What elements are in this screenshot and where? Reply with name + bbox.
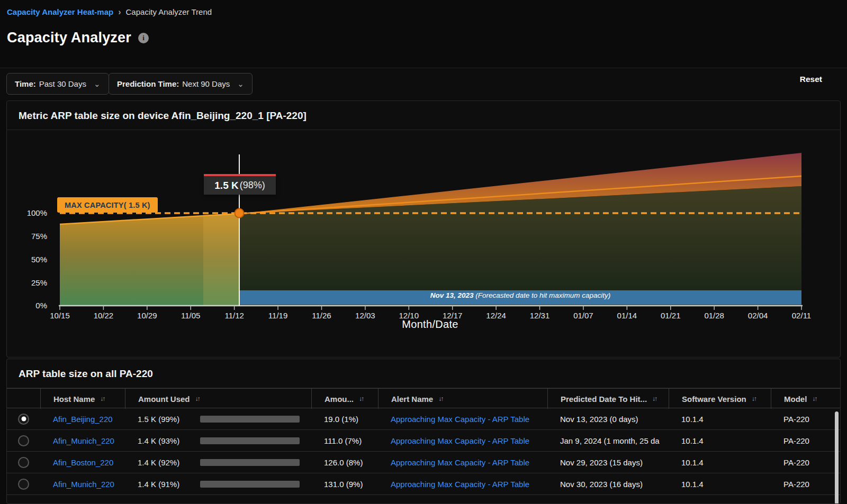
page-title: Capacity Analyzer bbox=[7, 30, 131, 46]
usage-bar bbox=[200, 481, 300, 488]
alert-name-link[interactable]: Approaching Max Capacity - ARP Table bbox=[391, 480, 529, 489]
row-radio-button[interactable] bbox=[18, 414, 29, 425]
column-label: Model bbox=[784, 395, 807, 404]
forecast-banner-note: (Forecasted date to hit maximum capacity… bbox=[475, 291, 610, 299]
column-header-amount-free[interactable]: Amou...↓↑ bbox=[311, 389, 378, 409]
amount-used-value: 1.4 K (93%) bbox=[138, 436, 200, 445]
model-value: PA-220 bbox=[771, 436, 841, 445]
max-capacity-badge: MAX CAPACITY( 1.5 K) bbox=[57, 197, 158, 213]
column-label: Host Name bbox=[53, 395, 95, 404]
breadcrumb-current: Capacity Analyzer Trend bbox=[126, 7, 212, 16]
sort-icon[interactable]: ↓↑ bbox=[438, 395, 443, 402]
forecast-banner-text: Nov 13, 2023 (Forecasted date to hit max… bbox=[239, 291, 801, 304]
y-tick-label: 100% bbox=[7, 208, 47, 217]
column-header-model[interactable]: Model↓↑ bbox=[771, 389, 841, 409]
reset-button[interactable]: Reset bbox=[800, 75, 822, 84]
table-title: ARP table size on all PA-220 bbox=[7, 359, 840, 388]
host-name-link[interactable]: Afin_Munich_220 bbox=[53, 436, 114, 445]
time-filter-label: Time: bbox=[15, 79, 36, 88]
table-row: Afin_Boston_220 1.4 K (92%) 126.0 (8%) A… bbox=[7, 452, 840, 473]
prediction-filter-label: Prediction Time: bbox=[117, 79, 179, 88]
column-header-alert-name[interactable]: Alert Name↓↑ bbox=[378, 389, 547, 409]
model-value: PA-220 bbox=[771, 415, 841, 424]
column-label: Predicted Date To Hit... bbox=[561, 395, 647, 404]
chevron-right-icon: › bbox=[118, 8, 121, 16]
table-row: Afin_Munich_220 1.4 K (93%) 111.0 (7%) A… bbox=[7, 430, 840, 452]
chart-tooltip: 1.5 K (98%) bbox=[204, 174, 276, 195]
column-header-software-version[interactable]: Software Version↓↑ bbox=[669, 389, 771, 409]
sort-icon[interactable]: ↓↑ bbox=[195, 395, 200, 402]
y-tick-label: 75% bbox=[7, 232, 47, 241]
info-icon[interactable]: i bbox=[138, 33, 149, 43]
breadcrumb-link-heatmap[interactable]: Capacity Analyzer Heat-map bbox=[7, 7, 113, 16]
usage-bar bbox=[200, 459, 300, 466]
y-tick-label: 25% bbox=[7, 278, 47, 287]
column-label: Software Version bbox=[682, 395, 746, 404]
row-radio-button[interactable] bbox=[18, 457, 29, 468]
table-row: Afin_Beijing_220 1.5 K (99%) 19.0 (1%) A… bbox=[7, 408, 840, 430]
host-name-link[interactable]: Afin_Beijing_220 bbox=[53, 415, 113, 424]
table-header-row: Host Name↓↑ Amount Used↓↑ Amou...↓↑ Aler… bbox=[7, 388, 840, 408]
sort-icon[interactable]: ↓↑ bbox=[652, 395, 656, 402]
model-value: PA-220 bbox=[771, 458, 841, 467]
tooltip-value: 1.5 K bbox=[214, 180, 238, 191]
predicted-date-value: Jan 9, 2024 (1 month, 25 da bbox=[547, 436, 669, 445]
row-radio-button[interactable] bbox=[18, 435, 29, 446]
amount-used-value: 1.5 K (99%) bbox=[138, 415, 200, 424]
chart-title: Metric ARP table size on device Afin_Bei… bbox=[7, 101, 840, 130]
sort-icon[interactable]: ↓↑ bbox=[752, 395, 756, 402]
model-value: PA-220 bbox=[771, 480, 841, 489]
host-name-link[interactable]: Afin_Boston_220 bbox=[53, 458, 113, 467]
forecast-banner-date: Nov 13, 2023 bbox=[430, 291, 474, 299]
chevron-down-icon: ⌄ bbox=[94, 83, 101, 86]
hover-highlight bbox=[203, 214, 239, 306]
tooltip-percent: (98%) bbox=[240, 180, 265, 191]
row-radio-button[interactable] bbox=[18, 479, 29, 490]
column-label: Alert Name bbox=[391, 395, 433, 404]
y-tick-label: 50% bbox=[7, 255, 47, 264]
capacity-trend-chart: 100%75%50%25%0% 10/1510/2210/2911/0511/1… bbox=[7, 131, 840, 358]
table-scrollbar[interactable] bbox=[835, 411, 839, 504]
table-row: Afin_Munich_220 1.4 K (91%) 131.0 (9%) A… bbox=[7, 473, 840, 495]
amount-free-value: 19.0 (1%) bbox=[311, 415, 378, 424]
column-header-predicted-date[interactable]: Predicted Date To Hit...↓↑ bbox=[547, 389, 669, 409]
capacity-trend-chart-panel: Metric ARP table size on device Afin_Bei… bbox=[6, 100, 841, 358]
sort-icon[interactable]: ↓↑ bbox=[100, 395, 104, 402]
column-label: Amount Used bbox=[138, 395, 190, 404]
predicted-date-value: Nov 30, 2023 (16 days) bbox=[547, 480, 669, 489]
capacity-analyzer-page: Capacity Analyzer Heat-map › Capacity An… bbox=[0, 0, 847, 504]
y-tick-label: 0% bbox=[7, 301, 47, 310]
alert-name-link[interactable]: Approaching Max Capacity - ARP Table bbox=[391, 458, 529, 467]
amount-free-value: 111.0 (7%) bbox=[311, 436, 378, 445]
software-version-value: 10.1.4 bbox=[669, 458, 771, 467]
x-axis-title: Month/Date bbox=[59, 318, 801, 331]
alert-name-link[interactable]: Approaching Max Capacity - ARP Table bbox=[391, 436, 529, 445]
usage-bar bbox=[200, 437, 300, 444]
chevron-down-icon: ⌄ bbox=[237, 83, 244, 86]
breadcrumb: Capacity Analyzer Heat-map › Capacity An… bbox=[7, 7, 212, 16]
amount-used-value: 1.4 K (91%) bbox=[138, 480, 200, 489]
predicted-date-value: Nov 29, 2023 (15 days) bbox=[547, 458, 669, 467]
amount-free-value: 126.0 (8%) bbox=[311, 458, 378, 467]
predicted-date-value: Nov 13, 2023 (0 days) bbox=[547, 415, 669, 424]
host-name-link[interactable]: Afin_Munich_220 bbox=[53, 480, 114, 489]
usage-bar bbox=[200, 416, 300, 423]
forecast-dim-area bbox=[239, 186, 801, 306]
prediction-filter-value: Next 90 Days bbox=[182, 79, 230, 88]
radio-column-header bbox=[7, 389, 40, 409]
amount-free-value: 131.0 (9%) bbox=[311, 480, 378, 489]
sort-icon[interactable]: ↓↑ bbox=[812, 395, 816, 402]
column-header-amount-used[interactable]: Amount Used↓↑ bbox=[125, 389, 311, 409]
capacity-hit-marker-dot[interactable] bbox=[235, 209, 244, 218]
software-version-value: 10.1.4 bbox=[669, 480, 771, 489]
software-version-value: 10.1.4 bbox=[669, 436, 771, 445]
column-header-host-name[interactable]: Host Name↓↑ bbox=[40, 389, 125, 409]
prediction-time-filter-dropdown[interactable]: Prediction Time: Next 90 Days ⌄ bbox=[109, 73, 253, 95]
sort-icon[interactable]: ↓↑ bbox=[359, 395, 363, 402]
column-label: Amou... bbox=[325, 395, 354, 404]
time-filter-dropdown[interactable]: Time: Past 30 Days ⌄ bbox=[6, 73, 109, 95]
alert-name-link[interactable]: Approaching Max Capacity - ARP Table bbox=[391, 415, 529, 424]
amount-used-value: 1.4 K (92%) bbox=[138, 458, 200, 467]
time-filter-value: Past 30 Days bbox=[39, 79, 86, 88]
filter-bar: Time: Past 30 Days ⌄ Prediction Time: Ne… bbox=[0, 68, 847, 100]
